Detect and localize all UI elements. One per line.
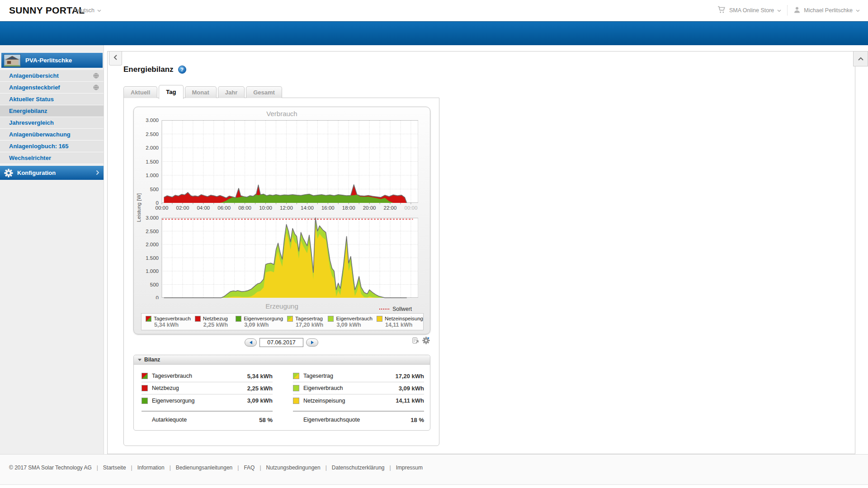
footer-separator: | <box>237 465 239 471</box>
bilanz-quote-value: 58 % <box>259 417 273 423</box>
svg-text:2.000: 2.000 <box>146 242 159 247</box>
legend-label: Eigenverbrauch <box>336 316 373 321</box>
sidebar-item-anlagensteckbrief[interactable]: Anlagensteckbrief <box>0 82 104 94</box>
sidebar-item-label: Anlagensteckbrief <box>9 84 60 91</box>
svg-text:16:00: 16:00 <box>321 205 335 211</box>
sidebar-item-aktueller-status[interactable]: Aktueller Status <box>0 94 104 105</box>
footer-link-faq[interactable]: FAQ <box>244 465 255 471</box>
online-store-label: SMA Online Store <box>729 7 774 14</box>
bilanz-quote-autarkiequote: Autarkiequote58 % <box>142 413 273 427</box>
bilanz-quote-eigenverbrauchsquote: Eigenverbrauchsquote18 % <box>293 413 424 427</box>
help-icon[interactable]: ? <box>178 66 186 74</box>
legend-swatch-lightgreen <box>328 316 334 322</box>
arrow-right-icon <box>311 341 314 344</box>
svg-text:2.500: 2.500 <box>146 131 159 137</box>
sidebar-item-konfiguration[interactable]: Konfiguration <box>0 166 104 180</box>
bilanz-label: Eigenverbrauch <box>303 385 343 391</box>
bilanz-value: 3,09 kWh <box>399 385 424 392</box>
tab-label: Jahr <box>225 89 237 96</box>
bilanz-swatch-green <box>142 398 148 404</box>
date-input[interactable] <box>259 338 303 347</box>
legend-entry: Netzbezug <box>195 316 231 322</box>
legend-label: Tagesverbrauch <box>154 316 191 321</box>
sidebar-item-label: Wechselrichter <box>9 155 51 161</box>
bilanz-value: 14,11 kWh <box>396 397 424 404</box>
legend-value: 14,11 kWh <box>385 322 423 328</box>
bilanz-value: 17,20 kWh <box>395 373 424 380</box>
legend-value: 3,09 kWh <box>336 322 373 328</box>
online-store-menu[interactable]: SMA Online Store <box>717 6 781 15</box>
chart-settings-icon[interactable] <box>422 337 430 344</box>
globe-icon <box>93 73 99 79</box>
footer-link-datenschutzerkl-rung[interactable]: Datenschutzerklärung <box>332 465 385 471</box>
sidebar-item-wechselrichter[interactable]: Wechselrichter <box>0 152 104 164</box>
bilanz-value: 2,25 kWh <box>247 385 273 392</box>
prev-day-button[interactable] <box>245 338 257 347</box>
content-area: Energiebilanz ? AktuellTagMonatJahrGesam… <box>104 45 868 454</box>
footer-separator: | <box>259 465 261 471</box>
verbrauch-chart: 05001.0001.5002.0002.5003.00000:0002:000… <box>137 117 418 211</box>
legend-value: 2,25 kWh <box>203 322 231 328</box>
sidebar-item-label: Aktueller Status <box>9 96 54 103</box>
tab-monat[interactable]: Monat <box>185 86 217 98</box>
footer-link-startseite[interactable]: Startseite <box>103 465 126 471</box>
svg-text:14:00: 14:00 <box>301 205 314 211</box>
sidebar-item-anlagenlogbuch-165[interactable]: Anlagenlogbuch: 165 <box>0 141 104 152</box>
footer-link-bedienungsanleitungen[interactable]: Bedienungsanleitungen <box>176 465 232 471</box>
footer-link-information[interactable]: Information <box>137 465 165 471</box>
svg-text:500: 500 <box>150 282 159 287</box>
footer-link-nutzungsbedingungen[interactable]: Nutzungsbedingungen <box>266 465 321 471</box>
erzeugung-chart: 05001.0001.5002.0002.5003.000 <box>137 215 418 299</box>
chart-legend: Tagesverbrauch5,34 kWhNetzbezug2,25 kWhE… <box>141 313 424 330</box>
top-header: SUNNY PORTAL Deutsch SMA Online Store Mi… <box>0 0 868 21</box>
legend-swatch-diag-green-yellow <box>287 316 293 322</box>
verbrauch-chart-title: Verbrauch <box>134 110 430 117</box>
sidebar-item-anlagen-berwachung[interactable]: Anlagenüberwachung <box>0 129 104 141</box>
svg-text:04:00: 04:00 <box>197 205 210 211</box>
footer-separator: | <box>390 465 391 471</box>
footer-link-impressum[interactable]: Impressum <box>396 465 423 471</box>
bilanz-swatch-yellow <box>293 398 299 404</box>
svg-text:3.000: 3.000 <box>146 215 159 221</box>
user-menu[interactable]: Michael Perlitschke <box>793 6 860 15</box>
konfiguration-label: Konfiguration <box>17 169 56 176</box>
svg-text:10:00: 10:00 <box>259 205 272 211</box>
chevron-up-icon <box>858 55 864 63</box>
footer-copyright: © 2017 SMA Solar Technology AG <box>9 465 92 471</box>
plant-selector[interactable]: PVA-Perlitschke <box>1 53 103 68</box>
export-icon[interactable] <box>411 337 419 344</box>
svg-text:500: 500 <box>150 187 159 192</box>
sidebar-item-energiebilanz[interactable]: Energiebilanz <box>0 105 104 117</box>
language-selector[interactable]: Deutsch <box>74 7 101 14</box>
next-day-button[interactable] <box>306 338 318 347</box>
bilanz-swatch-diag-red-green <box>142 373 148 379</box>
svg-text:22:00: 22:00 <box>384 205 397 211</box>
scroll-top-button[interactable] <box>853 51 868 66</box>
svg-text:1.000: 1.000 <box>146 268 159 274</box>
bilanz-header[interactable]: Bilanz <box>134 355 430 365</box>
tab-jahr[interactable]: Jahr <box>218 86 245 98</box>
legend-item-eigenverbrauch: Eigenverbrauch3,09 kWh <box>324 316 373 328</box>
legend-value: 3,09 kWh <box>244 322 283 328</box>
tab-aktuell[interactable]: Aktuell <box>123 86 157 98</box>
date-navigation <box>124 338 439 347</box>
sidebar-item-label: Energiebilanz <box>9 108 47 114</box>
bilanz-divider <box>142 411 273 412</box>
bilanz-row-tagesertrag: Tagesertrag17,20 kWh <box>293 370 424 382</box>
bilanz-row-eigenversorgung: Eigenversorgung3,09 kWh <box>142 394 273 407</box>
tab-tag[interactable]: Tag <box>159 85 183 99</box>
tab-gesamt[interactable]: Gesamt <box>246 86 282 98</box>
footer-separator: | <box>97 465 98 471</box>
svg-text:00:00: 00:00 <box>156 205 169 211</box>
svg-text:0: 0 <box>156 295 159 299</box>
sidebar-item-label: Jahresvergleich <box>9 119 54 126</box>
plant-photo <box>4 54 21 67</box>
chevron-down-icon <box>97 7 101 14</box>
language-label: Deutsch <box>74 7 94 14</box>
sidebar-collapse-button[interactable] <box>109 52 122 66</box>
cart-icon <box>717 6 726 15</box>
sidebar-item-jahresvergleich[interactable]: Jahresvergleich <box>0 117 104 129</box>
svg-text:3.000: 3.000 <box>146 117 159 123</box>
legend-swatch-green <box>236 316 241 322</box>
sidebar-item-anlagen-bersicht[interactable]: Anlagenübersicht <box>0 70 104 82</box>
